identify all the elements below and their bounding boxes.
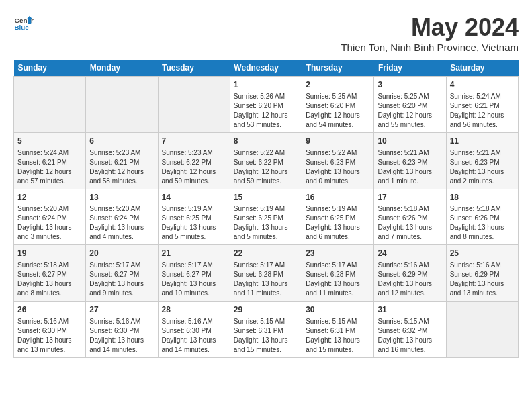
day-cell: 2Sunrise: 5:25 AM Sunset: 6:20 PM Daylig…	[302, 77, 374, 133]
day-number: 17	[378, 192, 442, 203]
day-cell: 20Sunrise: 5:17 AM Sunset: 6:27 PM Dayli…	[86, 245, 158, 302]
day-number: 27	[89, 304, 154, 316]
day-cell: 12Sunrise: 5:20 AM Sunset: 6:24 PM Dayli…	[14, 189, 86, 245]
location-subtitle: Thien Ton, Ninh Binh Province, Vietnam	[341, 42, 519, 53]
day-cell: 23Sunrise: 5:17 AM Sunset: 6:28 PM Dayli…	[302, 245, 374, 302]
day-number: 7	[162, 136, 226, 147]
header-cell-friday: Friday	[374, 60, 446, 77]
day-info: Sunrise: 5:19 AM Sunset: 6:25 PM Dayligh…	[306, 204, 370, 242]
day-cell: 30Sunrise: 5:15 AM Sunset: 6:31 PM Dayli…	[302, 302, 374, 358]
week-row-1: 1Sunrise: 5:26 AM Sunset: 6:20 PM Daylig…	[14, 77, 519, 133]
day-number: 3	[378, 79, 442, 91]
day-cell: 28Sunrise: 5:16 AM Sunset: 6:30 PM Dayli…	[158, 302, 230, 358]
week-row-4: 19Sunrise: 5:18 AM Sunset: 6:27 PM Dayli…	[14, 245, 519, 302]
day-cell: 26Sunrise: 5:16 AM Sunset: 6:30 PM Dayli…	[14, 302, 86, 358]
day-number: 8	[234, 136, 298, 147]
day-cell: 21Sunrise: 5:17 AM Sunset: 6:27 PM Dayli…	[158, 245, 230, 302]
day-cell: 19Sunrise: 5:18 AM Sunset: 6:27 PM Dayli…	[14, 245, 86, 302]
day-cell: 8Sunrise: 5:22 AM Sunset: 6:22 PM Daylig…	[230, 132, 302, 189]
day-info: Sunrise: 5:24 AM Sunset: 6:21 PM Dayligh…	[450, 92, 515, 130]
calendar-header: SundayMondayTuesdayWednesdayThursdayFrid…	[14, 60, 519, 77]
header-cell-wednesday: Wednesday	[230, 60, 302, 77]
day-number: 1	[234, 79, 298, 91]
day-number: 12	[17, 192, 82, 203]
day-number: 9	[306, 136, 370, 147]
day-number: 28	[162, 304, 226, 316]
header-row: SundayMondayTuesdayWednesdayThursdayFrid…	[14, 60, 519, 77]
day-number: 26	[17, 304, 82, 316]
day-number: 11	[450, 136, 515, 147]
calendar-table: SundayMondayTuesdayWednesdayThursdayFrid…	[13, 60, 519, 358]
day-cell: 17Sunrise: 5:18 AM Sunset: 6:26 PM Dayli…	[374, 189, 446, 245]
week-row-2: 5Sunrise: 5:24 AM Sunset: 6:21 PM Daylig…	[14, 132, 519, 189]
day-cell	[14, 77, 86, 133]
day-number: 4	[450, 79, 515, 91]
day-cell: 10Sunrise: 5:21 AM Sunset: 6:23 PM Dayli…	[374, 132, 446, 189]
header-cell-sunday: Sunday	[14, 60, 86, 77]
day-info: Sunrise: 5:25 AM Sunset: 6:20 PM Dayligh…	[378, 92, 442, 130]
day-cell	[446, 302, 518, 358]
month-title: May 2024	[341, 13, 519, 42]
day-cell: 22Sunrise: 5:17 AM Sunset: 6:28 PM Dayli…	[230, 245, 302, 302]
day-cell: 25Sunrise: 5:16 AM Sunset: 6:29 PM Dayli…	[446, 245, 518, 302]
day-cell: 27Sunrise: 5:16 AM Sunset: 6:30 PM Dayli…	[86, 302, 158, 358]
day-info: Sunrise: 5:16 AM Sunset: 6:29 PM Dayligh…	[378, 261, 442, 298]
day-info: Sunrise: 5:16 AM Sunset: 6:30 PM Dayligh…	[162, 317, 226, 355]
day-cell: 18Sunrise: 5:18 AM Sunset: 6:26 PM Dayli…	[446, 189, 518, 245]
logo-icon: General Blue	[13, 13, 34, 34]
day-cell: 13Sunrise: 5:20 AM Sunset: 6:24 PM Dayli…	[86, 189, 158, 245]
day-number: 19	[17, 248, 82, 259]
header-cell-thursday: Thursday	[302, 60, 374, 77]
day-info: Sunrise: 5:16 AM Sunset: 6:29 PM Dayligh…	[450, 261, 515, 298]
day-number: 31	[378, 304, 442, 316]
day-info: Sunrise: 5:16 AM Sunset: 6:30 PM Dayligh…	[17, 317, 82, 355]
day-cell: 11Sunrise: 5:21 AM Sunset: 6:23 PM Dayli…	[446, 132, 518, 189]
day-number: 18	[450, 192, 515, 203]
week-row-3: 12Sunrise: 5:20 AM Sunset: 6:24 PM Dayli…	[14, 189, 519, 245]
day-cell: 9Sunrise: 5:22 AM Sunset: 6:23 PM Daylig…	[302, 132, 374, 189]
day-info: Sunrise: 5:23 AM Sunset: 6:21 PM Dayligh…	[89, 148, 154, 186]
day-info: Sunrise: 5:22 AM Sunset: 6:22 PM Dayligh…	[234, 148, 298, 186]
day-info: Sunrise: 5:19 AM Sunset: 6:25 PM Dayligh…	[234, 204, 298, 242]
day-number: 23	[306, 248, 370, 259]
day-cell: 29Sunrise: 5:15 AM Sunset: 6:31 PM Dayli…	[230, 302, 302, 358]
day-info: Sunrise: 5:18 AM Sunset: 6:26 PM Dayligh…	[378, 204, 442, 242]
week-row-5: 26Sunrise: 5:16 AM Sunset: 6:30 PM Dayli…	[14, 302, 519, 358]
day-cell: 31Sunrise: 5:15 AM Sunset: 6:32 PM Dayli…	[374, 302, 446, 358]
svg-text:Blue: Blue	[15, 24, 30, 31]
day-info: Sunrise: 5:25 AM Sunset: 6:20 PM Dayligh…	[306, 92, 370, 130]
day-info: Sunrise: 5:17 AM Sunset: 6:27 PM Dayligh…	[162, 261, 226, 298]
day-cell: 7Sunrise: 5:23 AM Sunset: 6:22 PM Daylig…	[158, 132, 230, 189]
logo: General Blue	[13, 13, 36, 34]
day-cell: 6Sunrise: 5:23 AM Sunset: 6:21 PM Daylig…	[86, 132, 158, 189]
day-info: Sunrise: 5:22 AM Sunset: 6:23 PM Dayligh…	[306, 148, 370, 186]
day-cell	[86, 77, 158, 133]
day-number: 14	[162, 192, 226, 203]
day-number: 30	[306, 304, 370, 316]
day-info: Sunrise: 5:15 AM Sunset: 6:32 PM Dayligh…	[378, 317, 442, 355]
day-cell: 5Sunrise: 5:24 AM Sunset: 6:21 PM Daylig…	[14, 132, 86, 189]
day-number: 10	[378, 136, 442, 147]
day-number: 24	[378, 248, 442, 259]
day-info: Sunrise: 5:20 AM Sunset: 6:24 PM Dayligh…	[89, 204, 154, 242]
calendar-body: 1Sunrise: 5:26 AM Sunset: 6:20 PM Daylig…	[14, 77, 519, 358]
day-number: 15	[234, 192, 298, 203]
day-cell	[158, 77, 230, 133]
day-info: Sunrise: 5:21 AM Sunset: 6:23 PM Dayligh…	[450, 148, 515, 186]
day-number: 6	[89, 136, 154, 147]
day-number: 5	[17, 136, 82, 147]
day-info: Sunrise: 5:18 AM Sunset: 6:27 PM Dayligh…	[17, 261, 82, 298]
day-cell: 1Sunrise: 5:26 AM Sunset: 6:20 PM Daylig…	[230, 77, 302, 133]
day-number: 20	[89, 248, 154, 259]
day-cell: 4Sunrise: 5:24 AM Sunset: 6:21 PM Daylig…	[446, 77, 518, 133]
day-info: Sunrise: 5:24 AM Sunset: 6:21 PM Dayligh…	[17, 148, 82, 186]
day-info: Sunrise: 5:17 AM Sunset: 6:28 PM Dayligh…	[306, 261, 370, 298]
day-cell: 14Sunrise: 5:19 AM Sunset: 6:25 PM Dayli…	[158, 189, 230, 245]
day-info: Sunrise: 5:16 AM Sunset: 6:30 PM Dayligh…	[89, 317, 154, 355]
day-info: Sunrise: 5:18 AM Sunset: 6:26 PM Dayligh…	[450, 204, 515, 242]
day-info: Sunrise: 5:19 AM Sunset: 6:25 PM Dayligh…	[162, 204, 226, 242]
day-number: 22	[234, 248, 298, 259]
header-cell-saturday: Saturday	[446, 60, 518, 77]
header-cell-tuesday: Tuesday	[158, 60, 230, 77]
day-info: Sunrise: 5:23 AM Sunset: 6:22 PM Dayligh…	[162, 148, 226, 186]
